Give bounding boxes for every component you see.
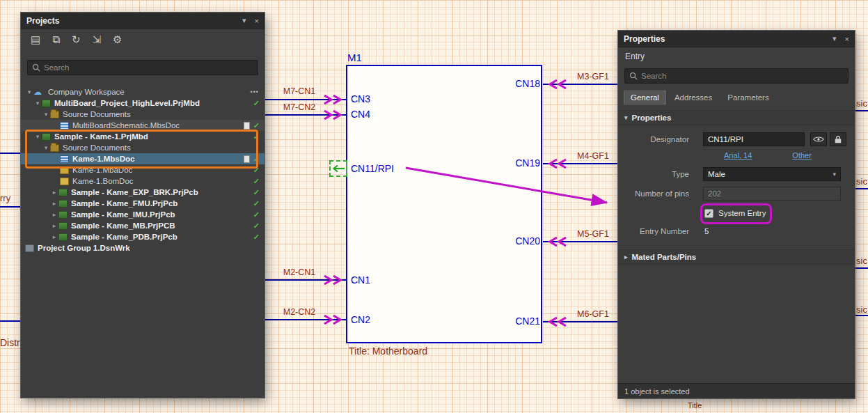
projects-search[interactable]	[27, 60, 258, 75]
pcb-project-icon	[58, 233, 68, 241]
tree-item-project-group[interactable]: Project Group 1.DsnWrk	[21, 242, 265, 254]
search-icon	[629, 72, 638, 80]
pcb-project-icon	[58, 200, 68, 208]
expand-arrow-icon[interactable]: ▾	[42, 144, 50, 151]
tree-item-kame1-bomdoc[interactable]: Kame-1.BomDoc ✓	[21, 176, 265, 187]
tree-item-kame-fmu[interactable]: ▸ Sample - Kame_FMU.PrjPcb ✓	[21, 198, 265, 209]
entry-cn21[interactable]: CN21	[445, 315, 540, 327]
tree-item-kame-exp-brk[interactable]: ▸ Sample - Kame_EXP_BRK.PrjPcb ✓	[21, 187, 265, 198]
multiboard-project-icon	[42, 100, 51, 107]
tree-item-source-documents[interactable]: ▾ Source Documents	[21, 109, 265, 120]
panel-collapse-icon[interactable]: ▾	[242, 16, 246, 25]
tree-item-kame-mb[interactable]: ▸ Sample - Kame_MB.PrjPCB ✓	[21, 220, 265, 231]
collapsed-arrow-icon[interactable]: ▸	[50, 189, 58, 196]
tree-item-company-workspace[interactable]: ▾ ☁ Company Workspace •••	[21, 86, 265, 98]
overflow-menu-icon[interactable]: •••	[251, 88, 259, 95]
other-link[interactable]: Other	[792, 151, 812, 159]
designator-input[interactable]	[703, 132, 805, 146]
eye-icon	[813, 136, 824, 143]
collapsed-arrow-icon[interactable]: ▸	[50, 233, 58, 240]
harness-label[interactable]: M3-GF1	[568, 72, 618, 81]
harness-label[interactable]: M7-CN1	[274, 86, 324, 96]
tree-item-sample-kame1-prjmbd[interactable]: ▾ Sample - Kame-1.PrjMbd ✓	[21, 131, 265, 142]
entry-cn3[interactable]: CN3	[351, 93, 370, 104]
explorer-icon[interactable]: ⇲	[92, 33, 101, 46]
sync-check-icon: ✓	[253, 210, 260, 219]
projects-search-input[interactable]	[44, 63, 253, 72]
entry-cn18[interactable]: CN18	[445, 78, 540, 89]
collapsed-arrow-icon[interactable]: ▸	[50, 200, 58, 207]
section-title: Mated Parts/Pins	[632, 253, 697, 261]
sync-check-icon: ✓	[253, 166, 260, 175]
panel-close-icon[interactable]: ×	[255, 17, 259, 25]
save-icon[interactable]: ▤	[31, 33, 40, 46]
sync-check-icon: ✓	[253, 99, 260, 108]
harness-label[interactable]: M7-CN2	[274, 102, 324, 112]
harness-label[interactable]: M4-GF1	[568, 151, 618, 161]
open-document-icon	[244, 155, 250, 163]
refresh-icon[interactable]: ↻	[72, 33, 81, 46]
entry-cn20[interactable]: CN20	[445, 235, 540, 247]
entry-cn2[interactable]: CN2	[351, 314, 370, 325]
tab-general[interactable]: General	[624, 91, 666, 104]
properties-search-input[interactable]	[641, 72, 844, 80]
font-link[interactable]: Arial, 14	[724, 151, 752, 159]
settings-gear-icon[interactable]: ⚙	[113, 33, 122, 46]
pcb-project-icon	[58, 222, 68, 230]
harness-label[interactable]: M2-CN1	[274, 267, 324, 277]
tree-item-kame-pdb[interactable]: ▸ Sample - Kame_PDB.PrjPcb ✓	[21, 231, 265, 242]
panel-collapse-icon[interactable]: ▾	[833, 34, 837, 43]
tree-item-label: Sample - Kame_PDB.PrjPcb	[71, 233, 177, 241]
module-block-m1[interactable]	[346, 65, 542, 343]
section-expanded-icon: ▾	[624, 114, 628, 121]
entry-cn11-rpi[interactable]: CN11/RPI	[351, 163, 394, 174]
copy-documents-icon[interactable]: ⧉	[52, 33, 60, 46]
module-designator[interactable]: M1	[347, 52, 362, 63]
visibility-eye-button[interactable]	[810, 132, 827, 146]
type-dropdown[interactable]: Male ▾	[703, 167, 841, 181]
expand-arrow-icon[interactable]: ▾	[25, 88, 33, 95]
projects-toolbar: ▤ ⧉ ↻ ⇲ ⚙	[31, 33, 123, 46]
module-title[interactable]: Title: Motherboard	[349, 345, 427, 357]
entry-cn4[interactable]: CN4	[351, 109, 370, 120]
clipped-label: sic	[856, 304, 867, 315]
entry-number-value: 5	[704, 227, 709, 235]
entry-cn1[interactable]: CN1	[351, 274, 370, 286]
chevron-down-icon: ▾	[833, 171, 836, 178]
harness-label[interactable]: M5-GF1	[568, 229, 618, 239]
section-properties[interactable]: ▾ Properties	[618, 110, 855, 125]
entry-number-row: Entry Number 5	[618, 224, 849, 238]
tree-item-label: Sample - Kame_MB.PrjPCB	[71, 221, 175, 230]
entry-cn19[interactable]: CN19	[445, 157, 540, 169]
expand-arrow-icon[interactable]: ▾	[33, 100, 42, 107]
tree-item-multiboardschematic[interactable]: MultiBoardSchematic.MbsDoc ✓	[21, 120, 265, 131]
projects-panel-header: Projects ▾ ×	[21, 13, 265, 29]
collapsed-arrow-icon[interactable]: ▸	[50, 222, 58, 229]
tree-item-kame-imu[interactable]: ▸ Sample - Kame_IMU.PrjPcb ✓	[21, 209, 265, 220]
system-entry-checkbox[interactable]: ✓	[704, 209, 713, 218]
properties-search[interactable]	[624, 68, 849, 84]
tab-addresses[interactable]: Addresses	[668, 91, 719, 104]
expand-arrow-icon[interactable]: ▾	[33, 133, 42, 140]
collapsed-arrow-icon[interactable]: ▸	[50, 211, 58, 218]
tree-item-kame1-mbsdoc[interactable]: Kame-1.MbsDoc ✓	[21, 153, 265, 164]
tree-item-label: Sample - Kame_IMU.PrjPcb	[71, 210, 175, 219]
lock-button[interactable]	[830, 132, 846, 146]
tree-item-kame1-mbadoc[interactable]: Kame-1.MbaDoc ✓	[21, 164, 265, 176]
assembly-doc-icon	[60, 166, 69, 174]
number-of-pins-input	[703, 187, 841, 201]
panel-close-icon[interactable]: ×	[845, 35, 849, 43]
tab-parameters[interactable]: Parameters	[720, 91, 775, 104]
selected-entry-handle[interactable]	[329, 160, 347, 177]
harness-label[interactable]: M2-CN2	[274, 307, 324, 317]
section-title: Properties	[632, 114, 672, 122]
harness-label[interactable]: M6-GF1	[568, 309, 618, 319]
section-mated-parts-pins[interactable]: ▸ Mated Parts/Pins	[618, 249, 855, 265]
harness-wire-fragment	[855, 188, 868, 189]
tree-item-label: Company Workspace	[48, 88, 125, 96]
tree-item-source-documents-2[interactable]: ▾ Source Documents	[21, 142, 265, 153]
tree-item-multiboard-project[interactable]: ▾ MultiBoard_Project_HighLevel.PrjMbd ✓	[21, 98, 265, 109]
sync-check-icon: ✓	[253, 177, 260, 186]
harness-wire-fragment	[0, 153, 21, 154]
expand-arrow-icon[interactable]: ▾	[42, 111, 50, 118]
